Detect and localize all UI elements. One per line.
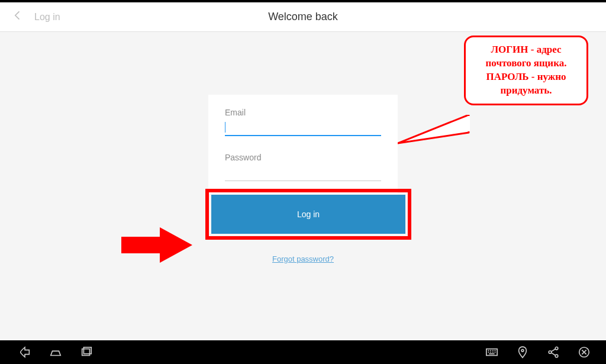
annotation-callout-tail-icon — [398, 115, 475, 150]
login-card: Email Password — [208, 95, 398, 194]
forgot-password-link[interactable]: Forgot password? — [272, 255, 334, 263]
android-navbar — [0, 340, 606, 364]
email-input[interactable] — [225, 121, 381, 136]
svg-marker-0 — [398, 115, 469, 143]
nav-recent-icon[interactable] — [79, 345, 94, 359]
nav-share-icon[interactable] — [546, 345, 560, 359]
password-label: Password — [225, 153, 381, 162]
app-viewport: Log in Welcome back Email Password Log i… — [0, 2, 606, 340]
svg-point-15 — [521, 349, 524, 352]
forgot-password-wrap: Forgot password? — [208, 253, 398, 264]
login-button-highlight: Log in — [205, 189, 411, 240]
login-button[interactable]: Log in — [211, 195, 405, 234]
page-title: Welcome back — [268, 11, 338, 23]
header-back-label[interactable]: Log in — [34, 12, 60, 22]
email-field-group: Email — [225, 108, 381, 136]
svg-line-19 — [551, 349, 555, 352]
nav-location-icon[interactable] — [515, 345, 530, 359]
login-button-label: Log in — [297, 210, 320, 219]
nav-keyboard-icon[interactable] — [485, 345, 499, 359]
svg-line-20 — [551, 353, 555, 356]
password-input[interactable] — [225, 166, 381, 181]
svg-rect-5 — [486, 349, 497, 356]
annotation-callout-text: ЛОГИН - адрес почтового ящика. ПАРОЛЬ - … — [486, 44, 567, 96]
nav-close-icon[interactable] — [577, 345, 591, 359]
nav-back-icon[interactable] — [18, 345, 32, 359]
annotation-callout: ЛОГИН - адрес почтового ящика. ПАРОЛЬ - … — [464, 36, 588, 105]
annotation-arrow-icon — [121, 223, 192, 268]
app-header: Log in Welcome back — [0, 2, 606, 32]
content-area: Email Password Log in Forgot password? Л… — [0, 32, 606, 340]
svg-marker-2 — [121, 227, 192, 263]
email-label: Email — [225, 108, 381, 117]
password-field-group: Password — [225, 153, 381, 181]
nav-home-icon[interactable] — [49, 345, 63, 359]
back-arrow-icon[interactable] — [12, 9, 24, 24]
